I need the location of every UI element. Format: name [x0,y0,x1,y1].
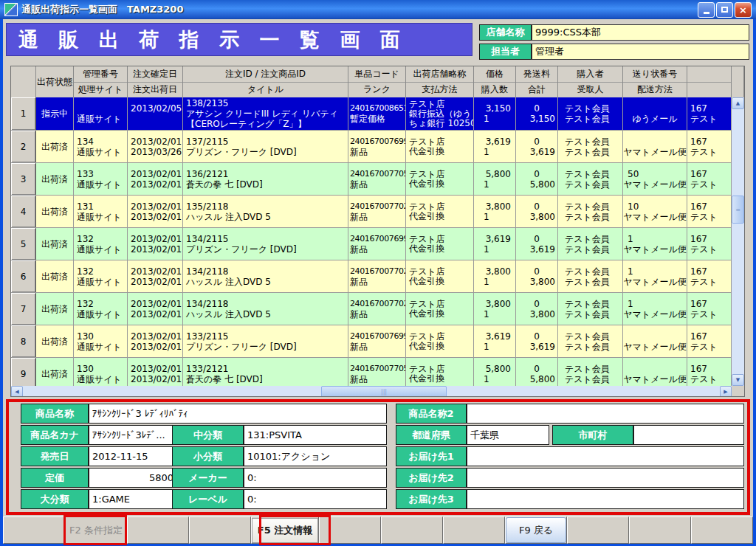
app-window: 通販出荷指示一覧画面 TAMZ3200 × 通 販 出 荷 指 示 一 覧 画 … [0,0,756,546]
cell-buyer-receiver: テスト会員テスト会員 [558,358,623,386]
cell-code-rank: 240167007699新品 [348,228,406,260]
col-price: 価格購入数 [474,66,516,97]
cell-code-rank: 240167007702新品 [348,260,406,292]
list-price-label: 定価 [21,468,89,488]
table-row[interactable]: 7出荷済132通販サイト2013/02/012013/02/01134/2118… [11,293,732,325]
product-name2-label: 商品名称2 [396,404,467,424]
product-name2-field [467,404,744,424]
function-cell-f12 [691,516,753,544]
horizontal-scrollbar[interactable]: ◀ ||| ▶ [11,386,732,397]
f9-button[interactable]: F9 戻る [505,516,567,544]
function-cell-f3 [127,516,189,544]
cell-fee-total: 03,150 [516,97,558,130]
cell-price-qty: 5,8001 [474,358,516,386]
cell-tracking-delivery: 1ヤマトメール便 [623,260,687,292]
horizontal-scroll-thumb[interactable]: ||| [321,386,447,397]
cell-status: 出荷済 [36,325,74,357]
cell-status: 出荷済 [36,260,74,292]
table-row[interactable]: 1指示中通販サイト2013/02/05138/2135アサシン クリードIII … [11,97,732,131]
vertical-scroll-thumb[interactable]: ≡ [732,196,744,224]
cell-mgmt-site: 130通販サイト [74,358,128,386]
vertical-scrollbar[interactable]: ▲ ≡ ▼ [732,97,744,386]
cell-extra: 167テスト [687,293,732,325]
scroll-up-button[interactable]: ▲ [732,97,744,109]
maker-field: 0: [244,468,387,488]
dest1-label: お届け先1 [396,446,467,466]
maximize-button[interactable] [716,2,733,18]
table-row[interactable]: 5出荷済132通販サイト2013/02/012013/02/01134/2115… [11,228,732,260]
row-number: 6 [11,260,36,292]
cell-shop-pay: テスト店代金引換 [406,358,474,386]
cell-dates: 2013/02/012013/02/01 [128,325,183,357]
table-row[interactable]: 2出荷済134通販サイト2013/02/012013/03/26137/2115… [11,131,732,163]
cell-mgmt-site: 133通販サイト [74,163,128,195]
table-row[interactable]: 8出荷済130通販サイト2013/02/012013/02/01133/2115… [11,325,732,358]
f2-button[interactable]: F2 条件指定 [65,516,127,544]
row-number: 3 [11,163,36,195]
cell-status: 出荷済 [36,131,74,162]
store-name-value: 9999:CSS本部 [532,24,749,41]
col-order-title: 注文ID / 注文商品IDタイトル [183,66,348,97]
cell-price-qty: 3,6191 [474,228,516,260]
cell-fee-total: 03,619 [516,228,558,260]
cell-shop-pay: テスト店代金引換 [406,131,474,162]
cell-tracking-delivery: ヤマトメール便 [623,131,687,162]
cell-dates: 2013/02/012013/02/01 [128,358,183,386]
row-number-header [11,66,36,97]
cell-buyer-receiver: テスト会員テスト会員 [558,325,623,357]
cell-dates: 2013/02/012013/02/01 [128,196,183,227]
kana-field: ｱｻｼﾝｸﾘｰﾄﾞ3ﾚﾃﾞ... [89,425,177,445]
cell-mgmt-site: 130通販サイト [74,325,128,357]
cell-dates: 2013/02/012013/02/01 [128,163,183,195]
col-code: 単品コードランク [348,66,406,97]
f5-button[interactable]: F5 注文情報 [251,516,319,544]
cell-order-title: 138/2135アサシン クリードIII レディ リバティ【CEROレーティング… [183,97,348,130]
cell-tracking-delivery: 50ヤマトメール便 [623,163,687,195]
scroll-left-button[interactable]: ◀ [11,386,23,397]
row-number: 1 [11,97,36,130]
list-price-field: 5800 [89,468,177,488]
minimize-icon [704,12,709,14]
cell-extra: 167テスト [687,325,732,357]
cell-price-qty: 3,8001 [474,293,516,325]
close-button[interactable]: × [735,2,752,18]
cell-buyer-receiver: テスト会員テスト会員 [558,293,623,325]
scroll-down-button[interactable]: ▼ [732,374,744,386]
cell-mgmt-site: 通販サイト [74,97,128,130]
scroll-right-button[interactable]: ▶ [720,386,732,397]
close-icon: × [739,5,747,15]
cell-order-title: 133/2121蒼天の拳 七 [DVD] [183,358,348,386]
store-name-label: 店舗名称 [479,24,532,41]
title-bar: 通販出荷指示一覧画面 TAMZ3200 × [0,0,756,19]
cell-buyer-receiver: テスト会員テスト会員 [558,131,623,162]
minimize-button[interactable] [698,2,715,18]
window-title: 通販出荷指示一覧画面 TAMZ3200 [21,3,183,16]
dest3-field [467,489,744,509]
cell-status: 出荷済 [36,293,74,325]
table-row[interactable]: 3出荷済133通販サイト2013/02/012013/02/01136/2121… [11,163,732,196]
cell-fee-total: 03,619 [516,131,558,162]
kana-label: 商品名カナ [21,425,89,445]
cell-buyer-receiver: テスト会員テスト会員 [558,163,623,195]
cell-extra: 167テスト [687,131,732,162]
product-name-field: ｱｻｼﾝｸﾘｰﾄﾞ3 ﾚﾃﾞｨﾘﾊﾞﾃｨ [89,404,387,424]
cell-buyer-receiver: テスト会員テスト会員 [558,97,623,130]
cell-price-qty: 3,6191 [474,131,516,162]
table-row[interactable]: 6出荷済132通販サイト2013/02/012013/02/01134/2118… [11,260,732,293]
cell-shop-pay: テスト店代金引換 [406,228,474,260]
table-row[interactable]: 4出荷済131通販サイト2013/02/012013/02/01135/2118… [11,196,732,228]
cell-buyer-receiver: テスト会員テスト会員 [558,196,623,227]
cell-code-rank: 240167007702新品 [348,196,406,227]
city-field [633,425,744,445]
cell-price-qty: 3,1501 [474,97,516,130]
cell-price-qty: 3,8001 [474,196,516,227]
cell-buyer-receiver: テスト会員テスト会員 [558,260,623,292]
f2-label: F2 条件指定 [69,524,123,537]
table-row[interactable]: 9出荷済130通販サイト2013/02/012013/02/01133/2121… [11,358,732,386]
cell-price-qty: 5,8001 [474,163,516,195]
function-cell-f7 [381,516,443,544]
col-buyer: 購入者受取人 [558,66,623,97]
col-shop-pay: 出荷店舗略称支払方法 [406,66,474,97]
cell-status: 出荷済 [36,196,74,227]
dest3-label: お届け先3 [396,489,467,509]
